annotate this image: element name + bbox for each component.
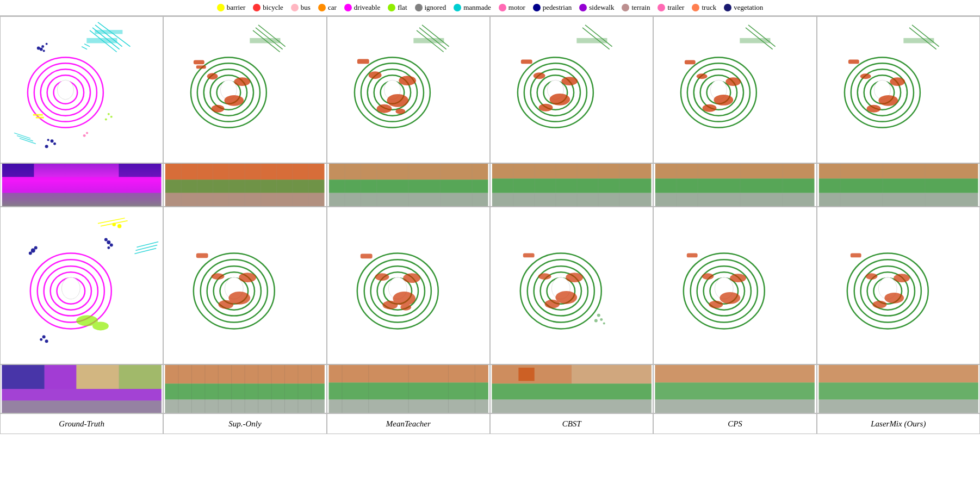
svg-rect-11 <box>87 39 117 43</box>
svg-point-16 <box>41 45 44 48</box>
svg-rect-246 <box>817 207 979 364</box>
gt-label: Ground-Truth <box>59 419 104 429</box>
svg-rect-68 <box>491 17 653 163</box>
cell-lm-cam2 <box>817 364 980 413</box>
svg-point-59 <box>376 104 392 113</box>
legend-item-motor: motor <box>499 3 525 12</box>
svg-point-230 <box>597 314 600 317</box>
svg-point-91 <box>703 104 717 112</box>
svg-point-203 <box>212 273 225 280</box>
svg-rect-153 <box>655 164 815 178</box>
svg-rect-144 <box>492 178 652 193</box>
svg-rect-98 <box>817 17 979 163</box>
svg-point-19 <box>46 43 48 45</box>
label-cbst: CBST <box>490 413 653 434</box>
svg-rect-167 <box>1 207 163 364</box>
svg-rect-117 <box>2 177 162 193</box>
legend-item-truck: truck <box>692 3 716 12</box>
svg-point-93 <box>697 73 708 79</box>
svg-rect-12 <box>95 30 122 34</box>
svg-rect-291 <box>572 365 652 383</box>
svg-rect-262 <box>119 365 162 389</box>
svg-rect-302 <box>818 400 978 413</box>
svg-rect-257 <box>850 253 861 257</box>
legend-item-pedestrian: pedestrian <box>533 3 572 12</box>
legend-label-ignored: ignored <box>425 3 446 12</box>
svg-point-108 <box>860 73 871 79</box>
main-grid: Ground-Truth Sup.-Only MeanTeacher CBST … <box>0 16 980 434</box>
svg-point-176 <box>118 225 121 228</box>
svg-point-26 <box>108 113 110 115</box>
svg-rect-24 <box>33 114 43 116</box>
mt-label: MeanTeacher <box>386 419 431 429</box>
svg-point-243 <box>730 274 747 282</box>
svg-rect-145 <box>492 193 652 206</box>
svg-rect-82 <box>577 39 607 43</box>
svg-rect-97 <box>740 39 770 43</box>
label-gt: Ground-Truth <box>0 413 163 434</box>
cell-gt-cam1 <box>0 163 163 207</box>
svg-rect-245 <box>687 253 698 257</box>
svg-point-60 <box>399 76 416 85</box>
svg-point-214 <box>403 273 420 283</box>
svg-point-213 <box>382 301 398 310</box>
svg-rect-25 <box>36 117 44 119</box>
svg-point-105 <box>878 95 898 106</box>
legend-item-driveable: driveable <box>344 3 380 12</box>
cell-gt-bev1 <box>0 16 163 163</box>
cps-label: CPS <box>728 419 742 429</box>
svg-rect-115 <box>2 164 34 177</box>
svg-point-61 <box>368 71 381 79</box>
legend-dot-manmade <box>454 4 461 11</box>
legend-label-manmade: manmade <box>463 3 491 12</box>
legend-label-pedestrian: pedestrian <box>543 3 572 12</box>
cbst-label: CBST <box>562 419 581 429</box>
svg-point-90 <box>714 95 734 106</box>
svg-rect-264 <box>2 401 161 413</box>
svg-rect-34 <box>164 17 326 163</box>
legend-label-bicycle: bicycle <box>263 3 283 12</box>
svg-point-231 <box>600 318 603 321</box>
svg-point-241 <box>720 292 741 304</box>
svg-point-244 <box>702 273 714 280</box>
legend-item-terrain: terrain <box>622 3 650 12</box>
svg-rect-0 <box>1 17 163 163</box>
svg-rect-234 <box>654 207 816 364</box>
legend-dot-truck <box>692 4 699 11</box>
svg-rect-83 <box>654 17 816 163</box>
svg-point-227 <box>566 273 583 282</box>
svg-point-233 <box>603 323 605 325</box>
legend-label-driveable: driveable <box>354 3 380 12</box>
svg-rect-216 <box>360 253 372 258</box>
svg-rect-296 <box>655 365 815 382</box>
svg-rect-261 <box>76 365 119 389</box>
svg-point-27 <box>110 116 113 118</box>
legend-dot-sidewalk <box>579 4 587 11</box>
legend-dot-bicycle <box>253 4 260 11</box>
svg-point-178 <box>31 248 35 252</box>
legend-item-ignored: ignored <box>415 3 446 12</box>
svg-point-43 <box>234 77 251 86</box>
svg-point-20 <box>51 139 54 143</box>
legend-item-vegetation: vegetation <box>724 3 763 12</box>
svg-rect-143 <box>492 164 652 178</box>
legend-dot-car <box>318 4 326 11</box>
cell-gt-cam2 <box>0 364 163 413</box>
svg-rect-109 <box>848 59 859 64</box>
cell-lm-bev1 <box>817 16 980 163</box>
svg-point-184 <box>107 246 110 249</box>
svg-point-242 <box>709 301 723 308</box>
svg-rect-50 <box>250 39 280 43</box>
svg-rect-294 <box>518 368 534 381</box>
cell-cbst-cam1 <box>490 163 653 207</box>
legend-item-manmade: manmade <box>454 3 491 12</box>
cell-sup-cam2 <box>163 364 326 413</box>
legend-dot-vegetation <box>724 4 731 11</box>
legend-dot-flat <box>388 4 395 11</box>
svg-rect-162 <box>819 178 978 193</box>
svg-point-42 <box>212 105 225 113</box>
svg-rect-218 <box>491 207 653 364</box>
svg-point-41 <box>225 95 244 106</box>
svg-rect-300 <box>818 365 978 382</box>
svg-rect-51 <box>327 17 489 163</box>
